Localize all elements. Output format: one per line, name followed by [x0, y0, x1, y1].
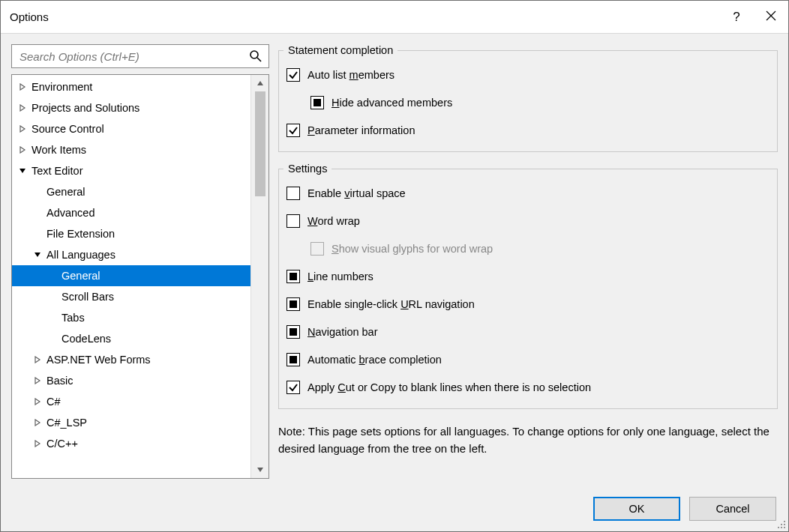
search-input[interactable]: [18, 49, 249, 64]
checkbox-automatic-brace-completion[interactable]: Automatic brace completion: [286, 345, 770, 373]
tree-item-label: Basic: [46, 375, 73, 387]
right-pane: Statement completion Auto list members H…: [278, 44, 778, 479]
resize-grip-icon[interactable]: [776, 519, 787, 530]
tree-item-label: Advanced: [46, 207, 95, 219]
chevron-right-icon[interactable]: [18, 103, 27, 112]
svg-point-0: [250, 51, 258, 58]
svg-rect-6: [784, 527, 785, 528]
checkbox-box[interactable]: [286, 187, 300, 200]
spacer: [33, 187, 42, 196]
tree-item-label: CodeLens: [62, 333, 111, 345]
tree-item-label: File Extension: [46, 228, 115, 240]
chevron-right-icon[interactable]: [33, 439, 42, 448]
dialog-body: EnvironmentProjects and SolutionsSource …: [1, 34, 788, 489]
tree-item-label: C#_LSP: [46, 417, 87, 429]
checkbox-label: Enable virtual space: [308, 187, 406, 199]
chevron-right-icon[interactable]: [18, 124, 27, 133]
tree-item[interactable]: Basic: [12, 370, 250, 391]
chevron-down-icon[interactable]: [18, 166, 27, 175]
checkbox-box[interactable]: [286, 214, 300, 228]
tree-item[interactable]: Environment: [12, 76, 250, 97]
checkbox-box[interactable]: [286, 270, 300, 283]
spacer: [48, 334, 57, 343]
chevron-right-icon[interactable]: [33, 418, 42, 427]
checkbox-box: [310, 242, 324, 256]
svg-rect-3: [784, 524, 785, 525]
group-legend: Settings: [284, 163, 332, 175]
checkbox-navigation-bar[interactable]: Navigation bar: [286, 318, 770, 345]
scrollbar[interactable]: [250, 75, 268, 478]
tree-item[interactable]: All Languages: [12, 244, 250, 265]
checkbox-hide-advanced-members[interactable]: Hide advanced members: [310, 88, 770, 116]
tree-item-label: C/C++: [46, 438, 78, 450]
checkbox-word-wrap[interactable]: Word wrap: [286, 207, 770, 235]
chevron-down-icon[interactable]: [33, 250, 42, 259]
spacer: [48, 271, 57, 280]
checkbox-auto-list-members[interactable]: Auto list members: [286, 61, 770, 88]
tree-item[interactable]: Projects and Solutions: [12, 97, 250, 118]
ok-button[interactable]: OK: [593, 497, 680, 521]
spacer: [33, 229, 42, 238]
scroll-thumb[interactable]: [255, 91, 266, 196]
spacer: [48, 292, 57, 301]
chevron-right-icon[interactable]: [33, 397, 42, 406]
checkbox-parameter-information[interactable]: Parameter information: [286, 116, 770, 144]
checkbox-box[interactable]: [310, 96, 324, 109]
chevron-right-icon[interactable]: [18, 82, 27, 91]
tree-item-label: All Languages: [46, 249, 116, 261]
checkbox-box[interactable]: [286, 381, 300, 394]
chevron-right-icon[interactable]: [33, 376, 42, 385]
tree-item[interactable]: File Extension: [12, 223, 250, 244]
tree-item-label: Tabs: [62, 312, 85, 324]
cancel-button[interactable]: Cancel: [689, 497, 776, 521]
checkbox-apply-cut-copy-blank-lines[interactable]: Apply Cut or Copy to blank lines when th…: [286, 373, 770, 401]
svg-rect-2: [781, 524, 782, 525]
tree-item-label: C#: [46, 396, 61, 408]
search-icon[interactable]: [249, 49, 262, 63]
tree-item[interactable]: Tabs: [12, 307, 250, 328]
tree-item[interactable]: Advanced: [12, 202, 250, 223]
checkbox-line-numbers[interactable]: Line numbers: [286, 262, 770, 290]
tree-item[interactable]: C#_LSP: [12, 412, 250, 433]
checkbox-box[interactable]: [286, 325, 300, 339]
help-button[interactable]: ?: [719, 1, 754, 34]
checkbox-label: Hide advanced members: [332, 97, 452, 109]
left-pane: EnvironmentProjects and SolutionsSource …: [11, 44, 269, 479]
tree-item[interactable]: ASP.NET Web Forms: [12, 349, 250, 370]
chevron-right-icon[interactable]: [18, 145, 27, 154]
tree-item[interactable]: Text Editor: [12, 160, 250, 181]
tree-item-label: Source Control: [32, 123, 104, 135]
checkbox-enable-virtual-space[interactable]: Enable virtual space: [286, 179, 770, 207]
tree-item[interactable]: Work Items: [12, 139, 250, 160]
checkbox-label: Auto list members: [308, 69, 394, 81]
checkbox-enable-url-navigation[interactable]: Enable single-click URL navigation: [286, 290, 770, 318]
scroll-down-icon[interactable]: [251, 462, 269, 478]
checkbox-label: Show visual glyphs for word wrap: [332, 243, 493, 255]
checkbox-label: Apply Cut or Copy to blank lines when th…: [308, 381, 591, 393]
options-dialog: Options ? EnvironmentProjects and Soluti…: [0, 0, 789, 532]
chevron-right-icon[interactable]: [33, 355, 42, 364]
svg-rect-4: [778, 527, 779, 528]
close-button[interactable]: [754, 1, 788, 34]
tree-item[interactable]: Source Control: [12, 118, 250, 139]
checkbox-box[interactable]: [286, 124, 300, 137]
scroll-up-icon[interactable]: [251, 75, 269, 91]
tree-item[interactable]: C#: [12, 391, 250, 412]
window-title: Options: [10, 10, 719, 23]
group-statement-completion: Statement completion Auto list members H…: [278, 44, 778, 152]
dialog-footer: OK Cancel: [1, 489, 788, 531]
checkbox-show-visual-glyphs: Show visual glyphs for word wrap: [310, 235, 770, 262]
tree-item[interactable]: General: [12, 181, 250, 202]
group-legend: Statement completion: [284, 44, 398, 56]
search-box[interactable]: [11, 44, 269, 68]
checkbox-box[interactable]: [286, 297, 300, 311]
tree-item[interactable]: C/C++: [12, 433, 250, 454]
close-icon: [766, 10, 776, 23]
tree-item[interactable]: CodeLens: [12, 328, 250, 349]
checkbox-box[interactable]: [286, 68, 300, 82]
spacer: [33, 208, 42, 217]
tree-item[interactable]: Scroll Bars: [12, 286, 250, 307]
checkbox-box[interactable]: [286, 353, 300, 366]
tree-item[interactable]: General: [12, 265, 250, 286]
tree-item-label: Scroll Bars: [62, 291, 114, 303]
